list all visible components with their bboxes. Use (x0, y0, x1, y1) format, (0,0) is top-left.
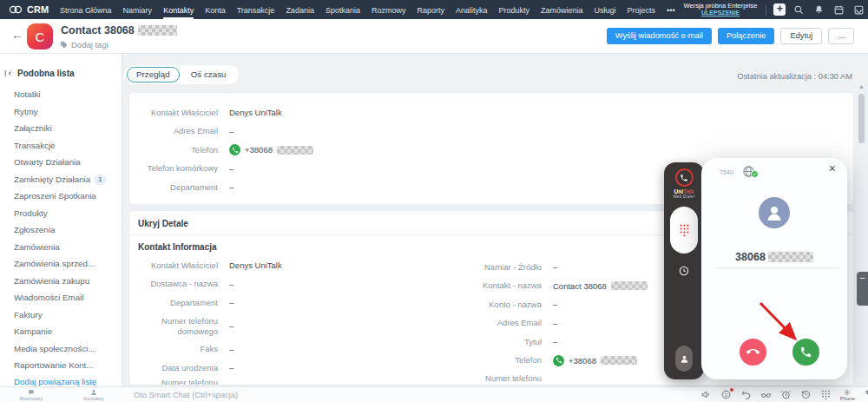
nav-item-uslugi[interactable]: Usługi (595, 0, 616, 19)
field-value: – (229, 363, 233, 372)
field-row: Data urodzenia – (129, 359, 390, 378)
sidebar-item-zamowienia-zakupu[interactable]: Zamówienia zakupu (0, 273, 122, 290)
field-value: – (229, 164, 233, 174)
sidebar-item-transakcje[interactable]: Transakcje (0, 137, 122, 155)
sidebar-item-kampanie[interactable]: Kampanie (0, 323, 122, 340)
phone-value[interactable]: +38068 (229, 144, 313, 155)
alarm-icon[interactable] (780, 389, 792, 401)
nav-item-more[interactable]: ••• (667, 0, 674, 19)
sidebar-item-faktury[interactable]: Faktury (0, 306, 122, 324)
zia-glasses-icon[interactable] (760, 389, 773, 401)
gear-icon (844, 389, 851, 396)
send-email-button[interactable]: Wyślij wiadomość e-mail (607, 28, 712, 44)
more-actions-button[interactable]: ... (828, 28, 854, 44)
announcement-icon[interactable] (700, 389, 713, 401)
nav-item-transakcje[interactable]: Transakcje (237, 0, 275, 19)
crm-logo[interactable]: CRM (0, 4, 60, 15)
collapse-sidebar-icon[interactable] (3, 69, 13, 78)
unitalk-brand-subtitle: Web Dialer (664, 194, 704, 199)
nav-item-zamowienia[interactable]: Zamówienia (541, 0, 583, 19)
shortcut-rozmowy[interactable]: Rozmowy (0, 389, 62, 401)
nav-item-zadania[interactable]: Zadania (286, 0, 314, 19)
add-tags-link[interactable]: Dodaj tagi (60, 40, 108, 49)
calendar-icon[interactable] (832, 3, 845, 16)
undo-icon[interactable] (740, 389, 753, 401)
field-label: Kontakt Właściciel (129, 108, 218, 118)
redacted-name-segment (611, 281, 648, 290)
field-value: – (229, 345, 233, 354)
inbox-icon[interactable] (852, 3, 865, 16)
field-value: – (229, 280, 233, 289)
nav-item-produkty[interactable]: Produkty (499, 0, 530, 19)
feedback-smiley-icon[interactable] (720, 389, 733, 401)
tab-przeglad[interactable]: Przegląd (127, 67, 180, 83)
phone-down-icon (744, 343, 762, 361)
decline-call-button[interactable] (740, 339, 766, 366)
nav-item-strona-glowna[interactable]: Strona Główna (60, 0, 112, 19)
dialpad-button[interactable] (670, 207, 698, 254)
search-icon[interactable] (792, 3, 806, 16)
brand-name: CRM (27, 4, 49, 15)
history-icon[interactable] (800, 389, 812, 401)
quick-create-button[interactable]: + (773, 3, 786, 16)
field-label: Numer telefonu domowego (129, 316, 218, 337)
phone-value[interactable]: +38068 (553, 355, 637, 366)
sidebar-item-zamkniety-dzialania[interactable]: Zamknięty Działania1 (0, 171, 122, 188)
upgrade-link[interactable]: ULEPSZENIE (684, 10, 758, 16)
bottom-toolbar: Rozmowy Kontakty Oto Smart Chat (Ctrl+sp… (0, 386, 868, 402)
crm-screen: CRM Strona Główna Namiary Kontakty Konta… (0, 0, 868, 402)
field-label: Kontakt - nazwa (398, 280, 542, 291)
close-icon[interactable]: × (829, 162, 836, 175)
phone-call-icon[interactable] (229, 144, 240, 155)
phone-label: Phone (840, 396, 855, 401)
shortcut-kontakty[interactable]: Kontakty (62, 389, 125, 401)
sidebar-item-media-spolecznosci[interactable]: Media społeczności... (0, 340, 122, 358)
docked-panel-handle[interactable]: – (857, 272, 868, 306)
scrollbar-up-arrow[interactable]: ▲ (858, 83, 865, 89)
field-value: – (229, 321, 233, 331)
sidebar-item-raportowanie-kont[interactable]: Raportowanie Kont... (0, 357, 122, 374)
sidebar-item-otwarty-dzialania[interactable]: Otwarty Działania (0, 154, 122, 171)
contacts-button[interactable] (675, 346, 693, 372)
sidebar-item-zaproszeni-spotkania[interactable]: Zaproszeni Spotkania (0, 188, 122, 205)
phone-call-icon[interactable] (553, 355, 564, 366)
sidebar-item-zamowienia[interactable]: Zamówienia (0, 239, 122, 256)
back-button[interactable]: ← (11, 29, 23, 42)
accept-call-button[interactable] (792, 339, 819, 366)
nav-item-rozmowy[interactable]: Rozmowy (372, 0, 406, 19)
nav-item-analityka[interactable]: Analityka (456, 0, 488, 19)
nav-item-spotkania[interactable]: Spotkania (326, 0, 360, 19)
trophy-icon[interactable] (863, 389, 868, 401)
sidebar-item-produkty[interactable]: Produkty (0, 205, 122, 222)
sidebar-item-notatki[interactable]: Notatki (0, 86, 122, 103)
sidebar-item-rytmy[interactable]: Rytmy (0, 103, 122, 121)
nav-item-kontakty[interactable]: Kontakty (163, 0, 194, 19)
sidebar-item-zgloszenia[interactable]: Zgłoszenia (0, 221, 122, 239)
smart-chat-bar[interactable]: Oto Smart Chat (Ctrl+spacja) (134, 391, 238, 399)
caller-avatar (759, 197, 790, 228)
field-value: – (229, 298, 233, 307)
tab-os-czasu[interactable]: Oś czasu (181, 67, 236, 83)
person-icon (680, 354, 689, 364)
edit-button[interactable]: Edytuj (780, 28, 822, 44)
sidebar-item-zamowienia-sprzedazy[interactable]: Zamówienia sprzed... (0, 255, 122, 273)
field-value: Denys UniTalk (229, 108, 282, 117)
phone-settings-button[interactable]: Phone (840, 389, 855, 401)
bell-icon[interactable] (812, 3, 825, 16)
sidebar-item-zalaczniki[interactable]: Załączniki (0, 120, 122, 137)
nav-item-namiary[interactable]: Namiary (123, 0, 153, 19)
nav-item-konta[interactable]: Konta (205, 0, 226, 19)
dialpad-icon (679, 223, 690, 238)
sidebar-item-wiadomosci-email[interactable]: Wiadomości Email (0, 289, 122, 306)
call-button[interactable]: Połączenie (718, 28, 774, 44)
field-label: Adres Email (129, 126, 218, 136)
scrollbar-thumb[interactable] (858, 94, 865, 143)
field-label: Numer telefonu dodatkowego (398, 373, 542, 386)
dialpad-icon[interactable] (820, 389, 832, 401)
field-label: Data urodzenia (129, 363, 218, 373)
add-related-list-link[interactable]: Dodaj powiązaną listę (0, 377, 122, 386)
field-row: Dostawca - nazwa – (129, 275, 390, 294)
nav-item-raporty[interactable]: Raporty (417, 0, 444, 19)
nav-item-projects[interactable]: Projects (628, 0, 656, 19)
call-history-icon[interactable] (678, 265, 690, 277)
